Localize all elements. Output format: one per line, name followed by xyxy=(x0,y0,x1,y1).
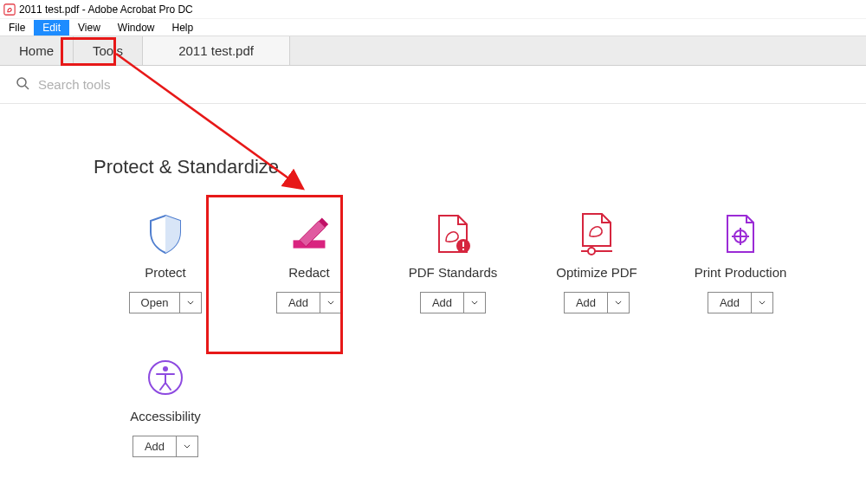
dropdown-button-printprod[interactable] xyxy=(752,292,773,313)
open-button-protect[interactable]: Open xyxy=(129,292,181,313)
optimize-pdf-icon xyxy=(576,213,617,255)
dropdown-button-optimize[interactable] xyxy=(608,292,630,313)
tool-label-redact: Redact xyxy=(288,265,330,280)
svg-line-2 xyxy=(25,86,29,89)
search-input[interactable] xyxy=(38,77,385,92)
tool-card-protect[interactable]: Protect Open xyxy=(94,213,237,313)
pdf-standards-icon xyxy=(432,213,474,255)
tool-button-group-protect: Open xyxy=(129,292,203,313)
chevron-down-icon xyxy=(327,300,334,305)
menu-file[interactable]: File xyxy=(0,20,34,36)
add-button-optimize[interactable]: Add xyxy=(564,292,608,313)
chevron-down-icon xyxy=(471,300,478,305)
window-title: 2011 test.pdf - Adobe Acrobat Pro DC xyxy=(19,3,193,16)
tools-panel: Protect & Standardize Protect Open xyxy=(0,104,866,483)
tool-label-protect: Protect xyxy=(145,265,186,280)
chevron-down-icon xyxy=(759,300,766,305)
shield-icon xyxy=(145,213,186,255)
tool-button-group-optimize: Add xyxy=(564,292,630,313)
section-title: Protect & Standardize xyxy=(94,156,866,178)
tool-label-printprod: Print Production xyxy=(695,265,787,280)
svg-rect-6 xyxy=(462,249,464,250)
dropdown-button-redact[interactable] xyxy=(320,292,342,313)
add-button-accessibility[interactable]: Add xyxy=(132,436,177,457)
tool-label-optimize: Optimize PDF xyxy=(556,265,637,280)
chevron-down-icon xyxy=(187,300,194,305)
tool-card-redact[interactable]: Redact Add xyxy=(237,213,381,313)
add-button-redact[interactable]: Add xyxy=(276,292,320,313)
svg-rect-0 xyxy=(4,3,15,14)
dropdown-button-accessibility[interactable] xyxy=(177,436,198,457)
tool-card-optimize[interactable]: Optimize PDF Add xyxy=(525,213,669,313)
tool-card-pdfstandards[interactable]: PDF Standards Add xyxy=(381,213,525,313)
tool-card-printprod[interactable]: Print Production Add xyxy=(669,213,812,313)
chevron-down-icon xyxy=(615,300,622,305)
tool-label-accessibility: Accessibility xyxy=(130,409,201,423)
accessibility-icon xyxy=(145,357,186,398)
tool-button-group-pdfstandards: Add xyxy=(420,292,486,313)
svg-point-8 xyxy=(588,248,595,255)
tool-label-pdfstandards: PDF Standards xyxy=(409,265,498,280)
window-titlebar: 2011 test.pdf - Adobe Acrobat Pro DC xyxy=(0,0,866,19)
tool-button-group-redact: Add xyxy=(276,292,342,313)
tool-card-accessibility[interactable]: Accessibility Add xyxy=(94,357,237,457)
svg-point-1 xyxy=(17,78,26,87)
svg-rect-5 xyxy=(462,242,464,247)
tools-search-bar xyxy=(0,66,866,104)
print-production-icon xyxy=(720,213,761,255)
tool-button-group-printprod: Add xyxy=(708,292,773,313)
tab-tools[interactable]: Tools xyxy=(74,36,143,65)
add-button-printprod[interactable]: Add xyxy=(708,292,752,313)
chevron-down-icon xyxy=(184,444,191,449)
redact-icon xyxy=(288,213,330,255)
menu-help[interactable]: Help xyxy=(164,20,203,36)
menu-view[interactable]: View xyxy=(69,20,109,36)
tool-button-group-accessibility: Add xyxy=(132,436,198,457)
tab-bar: Home Tools 2011 test.pdf xyxy=(0,36,866,66)
tab-document[interactable]: 2011 test.pdf xyxy=(143,36,290,65)
acrobat-app-icon xyxy=(3,3,16,16)
svg-point-13 xyxy=(163,366,168,372)
tab-home[interactable]: Home xyxy=(0,36,74,65)
tool-grid: Protect Open Redact Add xyxy=(94,213,866,483)
dropdown-button-protect[interactable] xyxy=(180,292,202,313)
menu-bar: File Edit View Window Help xyxy=(0,19,866,36)
add-button-pdfstandards[interactable]: Add xyxy=(420,292,464,313)
menu-edit[interactable]: Edit xyxy=(34,20,69,36)
menu-window[interactable]: Window xyxy=(109,20,164,36)
dropdown-button-pdfstandards[interactable] xyxy=(464,292,486,313)
search-icon xyxy=(16,76,29,94)
